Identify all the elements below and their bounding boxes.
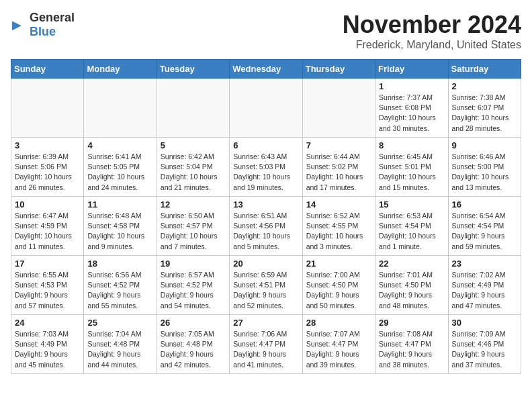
day-info: Sunrise: 6:41 AM Sunset: 5:05 PM Dayligh… — [87, 152, 152, 193]
header-day-friday: Friday — [375, 60, 448, 79]
location-title: Frederick, Maryland, United States — [343, 39, 521, 51]
calendar-cell — [84, 79, 157, 138]
day-info: Sunrise: 6:55 AM Sunset: 4:53 PM Dayligh… — [15, 270, 80, 311]
day-number: 11 — [87, 199, 152, 210]
day-number: 14 — [306, 199, 371, 210]
day-info: Sunrise: 7:37 AM Sunset: 6:08 PM Dayligh… — [379, 93, 444, 134]
day-number: 30 — [452, 318, 517, 328]
title-area: November 2024 Frederick, Maryland, Unite… — [343, 11, 521, 51]
calendar-cell: 29Sunrise: 7:08 AM Sunset: 4:47 PM Dayli… — [375, 315, 448, 374]
calendar-week-1: 1Sunrise: 7:37 AM Sunset: 6:08 PM Daylig… — [11, 79, 521, 138]
day-info: Sunrise: 7:02 AM Sunset: 4:49 PM Dayligh… — [452, 270, 517, 311]
calendar-cell: 3Sunrise: 6:39 AM Sunset: 5:06 PM Daylig… — [11, 138, 84, 197]
calendar-cell: 18Sunrise: 6:56 AM Sunset: 4:52 PM Dayli… — [84, 256, 157, 315]
day-number: 12 — [161, 199, 226, 210]
day-info: Sunrise: 6:56 AM Sunset: 4:52 PM Dayligh… — [87, 270, 152, 311]
day-info: Sunrise: 6:45 AM Sunset: 5:01 PM Dayligh… — [379, 152, 444, 193]
calendar-week-4: 17Sunrise: 6:55 AM Sunset: 4:53 PM Dayli… — [11, 256, 521, 315]
calendar-cell: 12Sunrise: 6:50 AM Sunset: 4:57 PM Dayli… — [157, 197, 229, 256]
header-day-sunday: Sunday — [11, 60, 84, 79]
calendar-cell: 17Sunrise: 6:55 AM Sunset: 4:53 PM Dayli… — [11, 256, 84, 315]
calendar-cell — [11, 79, 84, 138]
calendar-cell: 8Sunrise: 6:45 AM Sunset: 5:01 PM Daylig… — [375, 138, 448, 197]
day-info: Sunrise: 6:59 AM Sunset: 4:51 PM Dayligh… — [233, 270, 298, 311]
calendar-cell: 23Sunrise: 7:02 AM Sunset: 4:49 PM Dayli… — [448, 256, 521, 315]
logo-general-text: General — [30, 11, 75, 24]
calendar-cell: 7Sunrise: 6:44 AM Sunset: 5:02 PM Daylig… — [302, 138, 375, 197]
calendar-cell: 25Sunrise: 7:04 AM Sunset: 4:48 PM Dayli… — [84, 315, 157, 374]
day-info: Sunrise: 6:54 AM Sunset: 4:54 PM Dayligh… — [452, 211, 517, 252]
calendar-cell: 1Sunrise: 7:37 AM Sunset: 6:08 PM Daylig… — [375, 79, 448, 138]
day-number: 18 — [87, 259, 152, 269]
day-number: 4 — [87, 140, 152, 150]
calendar-week-2: 3Sunrise: 6:39 AM Sunset: 5:06 PM Daylig… — [11, 138, 521, 197]
calendar-cell: 24Sunrise: 7:03 AM Sunset: 4:49 PM Dayli… — [11, 315, 84, 374]
day-info: Sunrise: 7:08 AM Sunset: 4:47 PM Dayligh… — [379, 329, 444, 370]
header-day-monday: Monday — [84, 60, 157, 79]
calendar-cell: 9Sunrise: 6:46 AM Sunset: 5:00 PM Daylig… — [448, 138, 521, 197]
day-info: Sunrise: 7:00 AM Sunset: 4:50 PM Dayligh… — [306, 270, 371, 311]
calendar-cell: 21Sunrise: 7:00 AM Sunset: 4:50 PM Dayli… — [302, 256, 375, 315]
calendar-cell: 16Sunrise: 6:54 AM Sunset: 4:54 PM Dayli… — [448, 197, 521, 256]
calendar-cell: 26Sunrise: 7:05 AM Sunset: 4:48 PM Dayli… — [157, 315, 229, 374]
day-info: Sunrise: 6:44 AM Sunset: 5:02 PM Dayligh… — [306, 152, 371, 193]
day-number: 6 — [233, 140, 298, 150]
svg-text:▶: ▶ — [12, 18, 21, 32]
day-info: Sunrise: 6:51 AM Sunset: 4:56 PM Dayligh… — [233, 211, 298, 252]
day-number: 15 — [379, 199, 444, 210]
header-day-thursday: Thursday — [302, 60, 375, 79]
calendar-cell: 20Sunrise: 6:59 AM Sunset: 4:51 PM Dayli… — [230, 256, 302, 315]
calendar-cell: 11Sunrise: 6:48 AM Sunset: 4:58 PM Dayli… — [84, 197, 157, 256]
calendar-header-row: SundayMondayTuesdayWednesdayThursdayFrid… — [11, 60, 521, 79]
calendar-week-3: 10Sunrise: 6:47 AM Sunset: 4:59 PM Dayli… — [11, 197, 521, 256]
day-number: 24 — [15, 318, 80, 328]
calendar-cell: 6Sunrise: 6:43 AM Sunset: 5:03 PM Daylig… — [230, 138, 302, 197]
calendar-cell: 28Sunrise: 7:07 AM Sunset: 4:47 PM Dayli… — [302, 315, 375, 374]
day-number: 8 — [379, 140, 444, 150]
day-info: Sunrise: 7:09 AM Sunset: 4:46 PM Dayligh… — [452, 329, 517, 370]
day-number: 25 — [87, 318, 152, 328]
calendar-cell: 10Sunrise: 6:47 AM Sunset: 4:59 PM Dayli… — [11, 197, 84, 256]
header-day-tuesday: Tuesday — [157, 60, 229, 79]
day-info: Sunrise: 7:01 AM Sunset: 4:50 PM Dayligh… — [379, 270, 444, 311]
day-info: Sunrise: 6:42 AM Sunset: 5:04 PM Dayligh… — [161, 152, 226, 193]
calendar-cell: 22Sunrise: 7:01 AM Sunset: 4:50 PM Dayli… — [375, 256, 448, 315]
day-info: Sunrise: 6:52 AM Sunset: 4:55 PM Dayligh… — [306, 211, 371, 252]
day-number: 13 — [233, 199, 298, 210]
day-info: Sunrise: 7:38 AM Sunset: 6:07 PM Dayligh… — [452, 93, 517, 134]
day-info: Sunrise: 6:43 AM Sunset: 5:03 PM Dayligh… — [233, 152, 298, 193]
day-number: 10 — [15, 199, 80, 210]
month-title: November 2024 — [343, 11, 521, 39]
day-number: 27 — [233, 318, 298, 328]
day-info: Sunrise: 6:39 AM Sunset: 5:06 PM Dayligh… — [15, 152, 80, 193]
day-number: 1 — [379, 81, 444, 91]
day-number: 9 — [452, 140, 517, 150]
day-number: 26 — [161, 318, 226, 328]
day-info: Sunrise: 6:46 AM Sunset: 5:00 PM Dayligh… — [452, 152, 517, 193]
day-number: 23 — [452, 259, 517, 269]
day-number: 17 — [15, 259, 80, 269]
day-info: Sunrise: 7:05 AM Sunset: 4:48 PM Dayligh… — [161, 329, 226, 370]
day-number: 29 — [379, 318, 444, 328]
day-number: 5 — [161, 140, 226, 150]
day-info: Sunrise: 7:06 AM Sunset: 4:47 PM Dayligh… — [233, 329, 298, 370]
calendar-cell: 4Sunrise: 6:41 AM Sunset: 5:05 PM Daylig… — [84, 138, 157, 197]
day-number: 19 — [161, 259, 226, 269]
calendar-cell: 13Sunrise: 6:51 AM Sunset: 4:56 PM Dayli… — [230, 197, 302, 256]
day-number: 7 — [306, 140, 371, 150]
day-info: Sunrise: 7:04 AM Sunset: 4:48 PM Dayligh… — [87, 329, 152, 370]
calendar-cell — [302, 79, 375, 138]
calendar-cell: 5Sunrise: 6:42 AM Sunset: 5:04 PM Daylig… — [157, 138, 229, 197]
day-info: Sunrise: 6:50 AM Sunset: 4:57 PM Dayligh… — [161, 211, 226, 252]
day-info: Sunrise: 6:53 AM Sunset: 4:54 PM Dayligh… — [379, 211, 444, 252]
calendar-week-5: 24Sunrise: 7:03 AM Sunset: 4:49 PM Dayli… — [11, 315, 521, 374]
logo-blue-text: Blue — [30, 25, 56, 38]
calendar-cell — [157, 79, 229, 138]
day-info: Sunrise: 6:48 AM Sunset: 4:58 PM Dayligh… — [87, 211, 152, 252]
day-number: 22 — [379, 259, 444, 269]
day-info: Sunrise: 6:47 AM Sunset: 4:59 PM Dayligh… — [15, 211, 80, 252]
calendar-cell: 2Sunrise: 7:38 AM Sunset: 6:07 PM Daylig… — [448, 79, 521, 138]
day-info: Sunrise: 6:57 AM Sunset: 4:52 PM Dayligh… — [161, 270, 226, 311]
calendar-cell — [230, 79, 302, 138]
day-number: 2 — [452, 81, 517, 91]
